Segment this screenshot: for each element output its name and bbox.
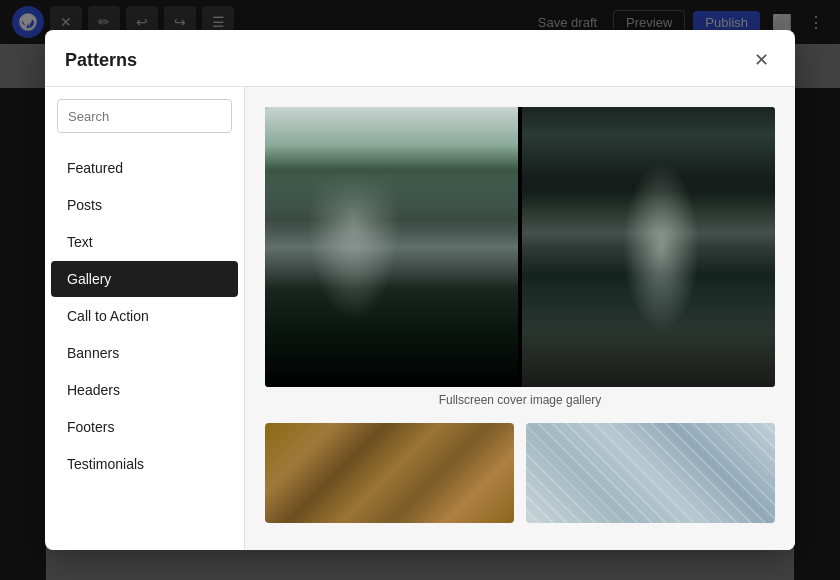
gallery-panel-left — [265, 107, 518, 387]
search-input[interactable] — [58, 102, 232, 131]
patterns-modal: Patterns ✕ 🔍 Fea — [45, 30, 795, 550]
waterfall-image-left — [265, 107, 518, 387]
category-footers[interactable]: Footers — [51, 409, 238, 445]
pattern-item-fullscreen-gallery: Fullscreen cover image gallery — [265, 107, 775, 407]
category-text[interactable]: Text — [51, 224, 238, 260]
modal-body: 🔍 Featured Posts Text Gallery Call to Ac… — [45, 87, 795, 550]
search-container: 🔍 — [45, 87, 244, 141]
pattern-preview-lines[interactable] — [526, 423, 775, 523]
search-input-wrapper: 🔍 — [57, 99, 232, 133]
pattern-preview-wood[interactable] — [265, 423, 514, 523]
modal-close-button[interactable]: ✕ — [747, 46, 775, 74]
modal-title: Patterns — [65, 50, 137, 71]
modal-header: Patterns ✕ — [45, 30, 795, 87]
category-gallery[interactable]: Gallery — [51, 261, 238, 297]
category-featured[interactable]: Featured — [51, 150, 238, 186]
category-testimonials[interactable]: Testimonials — [51, 446, 238, 482]
category-posts[interactable]: Posts — [51, 187, 238, 223]
waterfall-image-right — [522, 107, 775, 387]
category-list: Featured Posts Text Gallery Call to Acti… — [45, 141, 244, 550]
pattern-grid: Fullscreen cover image gallery — [265, 107, 775, 523]
modal-right-panel: Fullscreen cover image gallery — [245, 87, 795, 550]
category-call-to-action[interactable]: Call to Action — [51, 298, 238, 334]
pattern-preview-gallery[interactable] — [265, 107, 775, 387]
close-icon: ✕ — [754, 49, 769, 71]
modal-left-panel: 🔍 Featured Posts Text Gallery Call to Ac… — [45, 87, 245, 550]
pattern-row-small — [265, 423, 775, 523]
pattern-label-fullscreen-gallery: Fullscreen cover image gallery — [265, 393, 775, 407]
category-headers[interactable]: Headers — [51, 372, 238, 408]
gallery-panel-right — [522, 107, 775, 387]
modal-overlay: Patterns ✕ 🔍 Fea — [0, 0, 840, 580]
category-banners[interactable]: Banners — [51, 335, 238, 371]
